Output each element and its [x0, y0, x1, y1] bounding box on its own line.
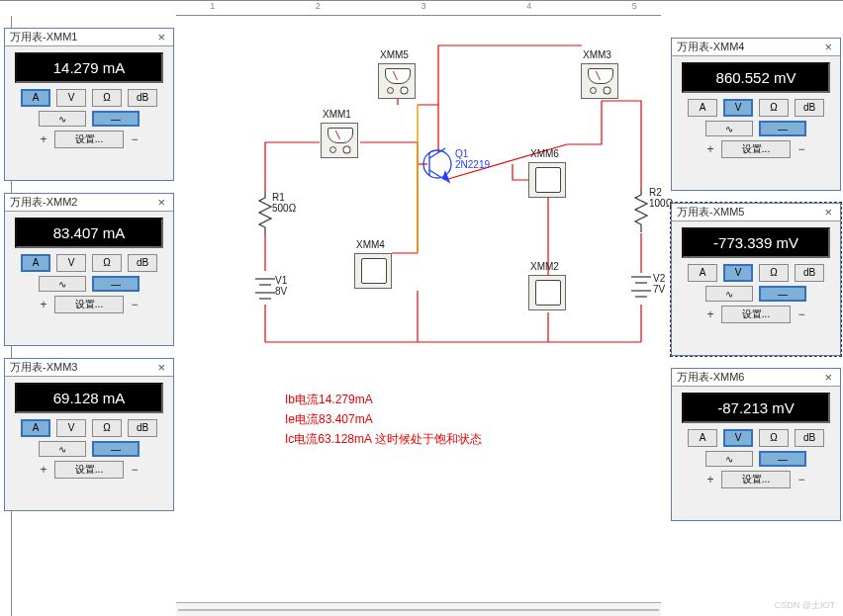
svg-point-8	[423, 150, 451, 178]
horizontal-scrollbar[interactable]	[176, 602, 661, 616]
dc-button[interactable]: —	[92, 441, 140, 457]
mode-db-button[interactable]: dB	[795, 429, 824, 447]
panel-title[interactable]: 万用表-XMM5×	[672, 204, 840, 221]
plus-terminal: +	[705, 473, 715, 486]
annotation-ib: Ib电流14.279mA	[285, 392, 373, 408]
minus-terminal: −	[796, 142, 806, 156]
close-icon[interactable]: ×	[821, 40, 835, 54]
reading-display: 14.279 mA	[15, 52, 163, 83]
mode-ohm-button[interactable]: Ω	[92, 89, 122, 107]
label-R2: R2100Ω	[649, 187, 673, 209]
settings-button[interactable]: 设置...	[721, 140, 791, 158]
label-Q1: Q12N2219	[455, 148, 490, 170]
mode-ohm-button[interactable]: Ω	[759, 264, 789, 282]
dc-button[interactable]: —	[92, 111, 140, 127]
settings-button[interactable]: 设置...	[721, 306, 791, 323]
watermark: CSDN @土IOT	[775, 599, 835, 612]
mode-ohm-button[interactable]: Ω	[759, 429, 789, 447]
panel-title-text: 万用表-XMM1	[10, 30, 77, 44]
panel-title-text: 万用表-XMM5	[677, 205, 744, 220]
mode-ohm-button[interactable]: Ω	[759, 99, 789, 117]
mode-a-button[interactable]: A	[21, 419, 50, 437]
ac-button[interactable]: ∿	[39, 111, 86, 127]
close-icon[interactable]: ×	[821, 370, 835, 385]
instrument-label-xmm4: XMM4	[356, 239, 385, 250]
settings-button[interactable]: 设置...	[721, 471, 791, 488]
panel-title-text: 万用表-XMM2	[10, 195, 77, 210]
close-icon[interactable]: ×	[154, 195, 168, 210]
mode-ohm-button[interactable]: Ω	[92, 419, 122, 437]
instrument-xmm6[interactable]	[528, 162, 566, 198]
panel-title[interactable]: 万用表-XMM3×	[5, 359, 173, 377]
panel-title[interactable]: 万用表-XMM2×	[5, 194, 173, 212]
panel-title[interactable]: 万用表-XMM1×	[5, 29, 173, 46]
instrument-xmm4[interactable]	[354, 253, 392, 289]
ac-button[interactable]: ∿	[39, 276, 86, 292]
instrument-xmm2[interactable]	[528, 275, 566, 310]
mode-v-button[interactable]: V	[56, 254, 86, 272]
mode-v-button[interactable]: V	[56, 89, 86, 107]
dc-button[interactable]: —	[759, 286, 806, 302]
minus-terminal: −	[130, 298, 140, 311]
ac-button[interactable]: ∿	[39, 441, 86, 457]
annotation-ie: Ie电流83.407mA	[285, 411, 373, 428]
ruler-top: 12345	[176, 1, 661, 16]
minus-terminal: −	[796, 473, 806, 486]
mode-v-button[interactable]: V	[723, 99, 753, 117]
ac-button[interactable]: ∿	[705, 286, 753, 302]
panel-title[interactable]: 万用表-XMM6×	[672, 369, 840, 387]
reading-display: 860.552 mV	[682, 62, 830, 93]
panel-title[interactable]: 万用表-XMM4×	[672, 39, 840, 56]
reading-display: -773.339 mV	[682, 227, 830, 258]
settings-button[interactable]: 设置...	[54, 461, 124, 479]
plus-terminal: +	[705, 142, 715, 156]
annotation-ic: Ic电流63.128mA 这时候处于饱和状态	[285, 431, 482, 448]
ac-button[interactable]: ∿	[705, 451, 753, 467]
mode-a-button[interactable]: A	[688, 429, 717, 447]
label-V1: V18V	[275, 275, 287, 297]
close-icon[interactable]: ×	[821, 205, 835, 220]
mode-a-button[interactable]: A	[688, 99, 717, 117]
dc-button[interactable]: —	[759, 451, 806, 467]
multimeter-panel-mm2[interactable]: 万用表-XMM2×83.407 mAAVΩdB∿—+设置...−	[4, 193, 174, 346]
multimeter-panel-mm4[interactable]: 万用表-XMM4×860.552 mVAVΩdB∿—+设置...−	[671, 38, 841, 191]
mode-db-button[interactable]: dB	[128, 254, 157, 272]
mode-db-button[interactable]: dB	[795, 99, 824, 117]
multimeter-panel-mm3[interactable]: 万用表-XMM3×69.128 mAAVΩdB∿—+设置...−	[4, 358, 174, 511]
mode-v-button[interactable]: V	[723, 429, 753, 447]
scrollbar-thumb[interactable]	[178, 609, 659, 611]
dc-button[interactable]: —	[759, 121, 806, 136]
instrument-xmm5[interactable]	[378, 63, 416, 99]
panel-title-text: 万用表-XMM3	[10, 360, 77, 375]
settings-button[interactable]: 设置...	[54, 131, 124, 148]
close-icon[interactable]: ×	[154, 360, 168, 375]
mode-a-button[interactable]: A	[21, 254, 50, 272]
mode-v-button[interactable]: V	[723, 264, 753, 282]
mode-v-button[interactable]: V	[56, 419, 86, 437]
settings-button[interactable]: 设置...	[54, 296, 124, 313]
instrument-label-xmm3: XMM3	[583, 49, 611, 60]
plus-terminal: +	[39, 463, 48, 477]
plus-terminal: +	[39, 298, 48, 311]
label-R1: R1500Ω	[272, 192, 296, 214]
instrument-label-xmm5: XMM5	[380, 49, 409, 60]
reading-display: 83.407 mA	[15, 218, 163, 248]
instrument-xmm3[interactable]	[581, 63, 618, 99]
mode-a-button[interactable]: A	[21, 89, 50, 107]
meter-needle-icon	[335, 131, 340, 139]
close-icon[interactable]: ×	[154, 30, 168, 44]
multimeter-panel-mm1[interactable]: 万用表-XMM1×14.279 mAAVΩdB∿—+设置...−	[4, 28, 174, 181]
multimeter-panel-mm5[interactable]: 万用表-XMM5×-773.339 mVAVΩdB∿—+设置...−	[671, 203, 841, 356]
mode-ohm-button[interactable]: Ω	[92, 254, 122, 272]
dc-button[interactable]: —	[92, 276, 140, 292]
minus-terminal: −	[130, 132, 140, 146]
mode-db-button[interactable]: dB	[128, 89, 157, 107]
instrument-label-xmm1: XMM1	[323, 109, 351, 120]
instrument-xmm1[interactable]	[321, 123, 358, 158]
mode-db-button[interactable]: dB	[128, 419, 157, 437]
multimeter-panel-mm6[interactable]: 万用表-XMM6×-87.213 mVAVΩdB∿—+设置...−	[671, 368, 841, 521]
ac-button[interactable]: ∿	[705, 121, 753, 136]
mode-db-button[interactable]: dB	[795, 264, 824, 282]
plus-terminal: +	[39, 132, 48, 146]
mode-a-button[interactable]: A	[688, 264, 717, 282]
